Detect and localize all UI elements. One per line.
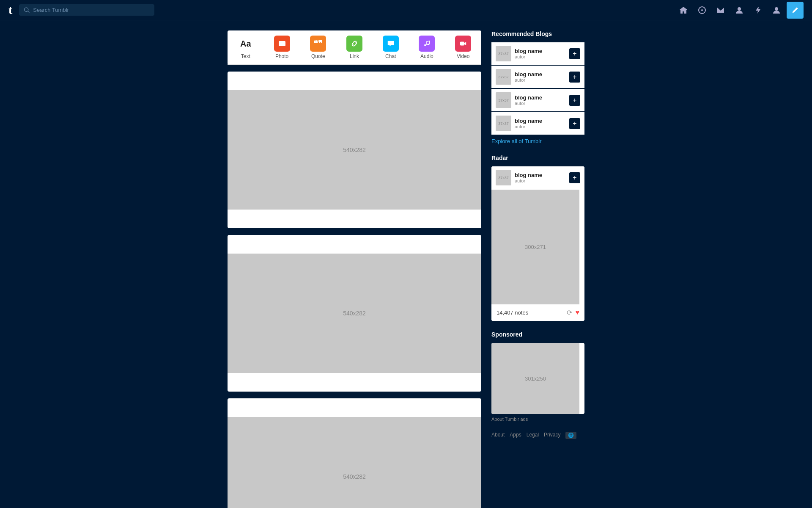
blog-info-3: blog name autor [515,94,566,106]
text-label: Text [241,53,250,59]
search-bar[interactable] [19,4,154,16]
compose-icon[interactable] [787,2,804,19]
footer-legal[interactable]: Legal [527,432,539,439]
follow-button-1[interactable]: + [569,48,580,59]
post-type-quote[interactable]: ❝❞ Quote [300,30,336,64]
center-column: Aa Text Photo ❝❞ Quote [228,30,481,508]
chat-label: Chat [385,53,396,59]
feed-post-footer-1 [228,210,481,228]
feed-post-image-3: 540x282 [228,417,481,508]
radar-title: Radar [491,155,584,161]
blog-item-4: 37x37 blog name autor + [491,112,584,135]
search-icon [24,7,30,13]
home-icon[interactable] [675,2,692,19]
video-label: Video [457,53,469,59]
radar-blog-item: 37x37 blog name autor + [491,166,584,189]
quote-icon: ❝❞ [310,36,326,52]
radar-blog-info: blog name autor [515,172,566,183]
blog-name-4: blog name [515,118,566,124]
tumblr-logo[interactable]: t [8,3,12,17]
post-creation-box: Aa Text Photo ❝❞ Quote [228,30,481,65]
mail-icon[interactable] [712,2,729,19]
text-icon: Aa [238,36,254,52]
audio-icon [419,36,435,52]
blog-avatar-3: 37x37 [496,92,511,108]
feed-post-image-1: 540x282 [228,90,481,210]
account-icon[interactable] [731,2,748,19]
blog-autor-1: autor [515,54,566,59]
footer-links: About Apps Legal Privacy 🌐 [491,432,584,439]
blog-item-3: 37x37 blog name autor + [491,89,584,111]
recommended-blogs-section: Recommended Blogs 37x37 blog name autor … [491,30,584,144]
audio-label: Audio [420,53,433,59]
about-ads-link[interactable]: About Tumblr ads [491,417,584,422]
explore-icon[interactable] [694,2,710,19]
footer-language[interactable]: 🌐 [565,432,576,439]
post-type-photo[interactable]: Photo [264,30,300,64]
right-sidebar: Recommended Blogs 37x37 blog name autor … [491,30,584,508]
radar-actions: ⟳ ♥ [567,309,580,317]
blog-avatar-2: 37x37 [496,69,511,85]
svg-rect-8 [460,42,464,46]
svg-point-2 [738,7,741,11]
radar-notes: 14,407 notes [497,309,528,316]
explore-all-link[interactable]: Explore all of Tumblr [491,138,542,144]
sponsored-title: Sponsored [491,331,584,338]
heart-icon[interactable]: ♥ [576,309,580,317]
follow-button-4[interactable]: + [569,118,580,129]
recommended-blogs-title: Recommended Blogs [491,30,584,37]
svg-point-1 [701,9,703,11]
post-type-text[interactable]: Aa Text [228,30,264,64]
blog-name-3: blog name [515,94,566,101]
feed-post-2: 540x282 [228,235,481,392]
svg-point-3 [775,7,778,11]
feed-post-3: 540x282 [228,398,481,508]
quote-label: Quote [311,53,325,59]
svg-point-5 [280,42,282,44]
feed-post-header-2 [228,235,481,254]
radar-blog-autor: autor [515,178,566,183]
blog-info-2: blog name autor [515,71,566,83]
svg-point-7 [427,44,429,45]
link-icon [346,36,362,52]
video-icon [455,36,471,52]
reblog-icon[interactable]: ⟳ [567,309,572,317]
nav-icons [675,2,804,19]
navbar: t [0,0,812,20]
blog-autor-4: autor [515,124,566,129]
footer-apps[interactable]: Apps [510,432,521,439]
post-type-chat[interactable]: Chat [373,30,409,64]
post-types-bar: Aa Text Photo ❝❞ Quote [228,30,481,65]
sponsored-section: Sponsored 301x250 About Tumblr ads [491,331,584,422]
search-input[interactable] [33,7,149,13]
follow-button-3[interactable]: + [569,95,580,106]
sponsored-card: 301x250 [491,343,584,414]
post-type-link[interactable]: Link [336,30,373,64]
feed-post-image-2: 540x282 [228,254,481,373]
post-type-audio[interactable]: Audio [409,30,445,64]
blog-avatar-1: 37x37 [496,46,511,61]
photo-label: Photo [275,53,288,59]
lightning-icon[interactable] [749,2,766,19]
feed-post-header-3 [228,398,481,417]
radar-section: Radar 37x37 blog name autor + 300x271 14… [491,155,584,321]
blog-item-1: 37x37 blog name autor + [491,42,584,65]
post-type-video[interactable]: Video [445,30,481,64]
main-content: Aa Text Photo ❝❞ Quote [152,0,660,508]
footer-privacy[interactable]: Privacy [544,432,560,439]
radar-card: 37x37 blog name autor + 300x271 14,407 n… [491,166,584,321]
photo-icon [274,36,290,52]
follow-button-2[interactable]: + [569,72,580,83]
blog-avatar-4: 37x37 [496,116,511,131]
blog-autor-3: autor [515,101,566,106]
blog-autor-2: autor [515,77,566,83]
blog-item-2: 37x37 blog name autor + [491,66,584,88]
blog-name-2: blog name [515,71,566,77]
chat-icon [383,36,399,52]
profile-icon[interactable] [768,2,785,19]
radar-blog-avatar: 37x37 [496,170,511,185]
radar-blog-name: blog name [515,172,566,178]
footer-about[interactable]: About [491,432,505,439]
feed-post-header-1 [228,72,481,90]
radar-follow-button[interactable]: + [569,172,580,183]
